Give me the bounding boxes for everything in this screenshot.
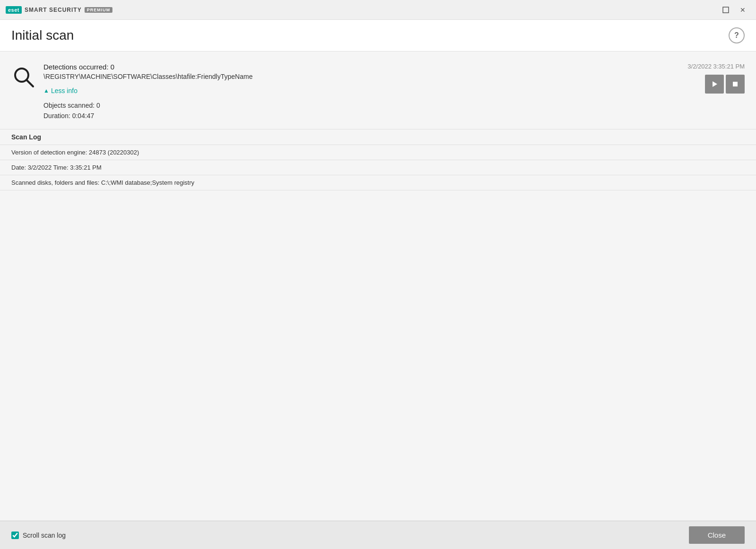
svg-line-2	[26, 80, 33, 86]
log-entry: Date: 3/2/2022 Time: 3:35:21 PM	[0, 160, 756, 175]
eset-logo: eset SMART SECURITY PREMIUM	[6, 6, 112, 14]
svg-rect-4	[733, 82, 738, 86]
scan-status-left: Detections occurred: 0 \REGISTRY\MACHINE…	[11, 63, 253, 121]
brand-text: SMART SECURITY	[25, 7, 82, 13]
chevron-up-icon: ▲	[43, 87, 49, 94]
play-button[interactable]	[705, 75, 724, 94]
scan-log-entries: Version of detection engine: 24873 (2022…	[0, 145, 756, 190]
title-bar-controls: ✕	[718, 3, 750, 17]
footer: Scroll scan log Close	[0, 521, 756, 549]
title-bar: eset SMART SECURITY PREMIUM ✕	[0, 0, 756, 20]
scan-timestamp: 3/2/2022 3:35:21 PM	[687, 63, 745, 70]
main-content: Detections occurred: 0 \REGISTRY\MACHINE…	[0, 51, 756, 521]
window-close-button[interactable]: ✕	[735, 3, 750, 17]
premium-badge: PREMIUM	[85, 7, 113, 13]
svg-rect-0	[723, 7, 729, 13]
scroll-log-label[interactable]: Scroll scan log	[23, 532, 66, 539]
log-entry: Version of detection engine: 24873 (2022…	[0, 145, 756, 160]
eset-logo-box: eset	[6, 6, 22, 14]
objects-scanned-text: Objects scanned: 0	[43, 100, 253, 111]
less-info-label: Less info	[51, 87, 77, 94]
page-title: Initial scan	[11, 28, 74, 43]
extra-info: Objects scanned: 0 Duration: 0:04:47	[43, 100, 253, 121]
stop-button[interactable]	[726, 75, 745, 94]
scan-action-buttons	[705, 75, 745, 94]
help-button[interactable]: ?	[729, 27, 745, 43]
log-entry: Scanned disks, folders and files: C:\;WM…	[0, 175, 756, 190]
scan-log-header: Scan Log	[0, 129, 756, 145]
less-info-button[interactable]: ▲ Less info	[43, 87, 253, 94]
duration-text: Duration: 0:04:47	[43, 111, 253, 121]
scan-info: Detections occurred: 0 \REGISTRY\MACHINE…	[43, 63, 253, 121]
scan-status-right: 3/2/2022 3:35:21 PM	[687, 63, 745, 94]
scan-log-section: Scan Log Version of detection engine: 24…	[0, 129, 756, 521]
scroll-log-checkbox[interactable]	[11, 532, 19, 539]
scan-status-area: Detections occurred: 0 \REGISTRY\MACHINE…	[0, 51, 756, 129]
scroll-log-container: Scroll scan log	[11, 532, 66, 539]
search-icon	[11, 65, 36, 91]
scan-detections-text: Detections occurred: 0	[43, 63, 253, 71]
svg-marker-3	[713, 81, 717, 87]
title-bar-left: eset SMART SECURITY PREMIUM	[6, 6, 112, 14]
page-header: Initial scan ?	[0, 20, 756, 51]
close-button[interactable]: Close	[689, 526, 745, 544]
scan-path-text: \REGISTRY\MACHINE\SOFTWARE\Classes\htafi…	[43, 73, 253, 80]
maximize-button[interactable]	[718, 3, 733, 17]
